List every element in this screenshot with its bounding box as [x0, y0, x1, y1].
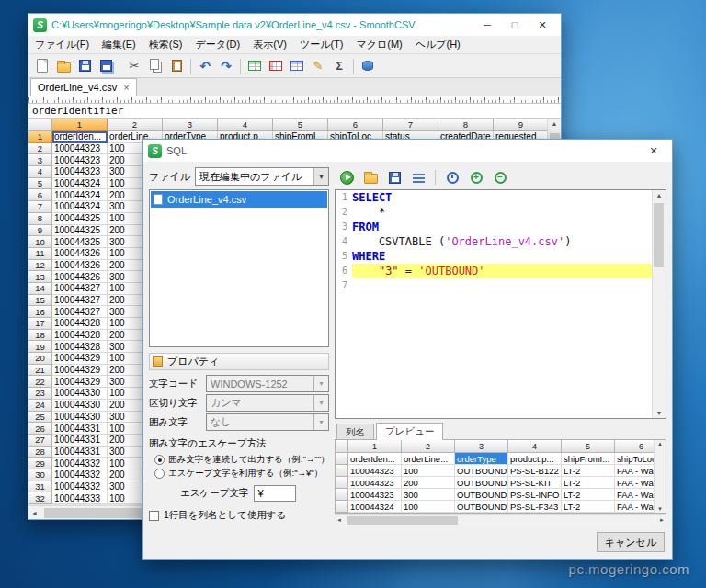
scroll-down-icon[interactable]: ▼ — [656, 410, 663, 416]
preview-column-header[interactable]: 1 — [348, 440, 402, 453]
scroll-up-icon[interactable]: ▲ — [657, 441, 663, 447]
preview-column-header[interactable]: 2 — [402, 440, 455, 453]
redo-button[interactable]: ↷ — [216, 56, 236, 76]
grid-cell[interactable]: 100044324 — [52, 201, 108, 213]
main-title-bar[interactable]: S C:¥Users¥mogeringo¥Desktop¥Sample data… — [28, 14, 561, 36]
grid-cell[interactable]: 100044331 — [52, 447, 108, 458]
grid-cell[interactable]: 100044332 — [52, 469, 108, 481]
row-header[interactable]: 1 — [28, 131, 52, 143]
preview-row-header[interactable] — [336, 501, 348, 513]
preview-cell[interactable]: 100044323 — [348, 489, 402, 501]
row-header[interactable]: 30 — [28, 469, 52, 481]
grid-cell[interactable]: 100044327 — [52, 306, 108, 318]
grid-cell[interactable]: 100044328 — [52, 341, 108, 353]
menu-item-file[interactable]: ファイル(F) — [28, 38, 96, 51]
row-header[interactable]: 2 — [28, 143, 52, 155]
column-header[interactable]: 1 — [52, 119, 108, 131]
grid-cell[interactable]: 100044333 — [52, 492, 108, 504]
row-header[interactable]: 27 — [28, 435, 52, 447]
preview-row-header[interactable] — [336, 477, 348, 489]
preview-cell[interactable]: PS-SL-KIT — [508, 477, 562, 489]
sql-editor[interactable]: 1SELECT2 *3FROM4 CSVTABLE ('OrderLine_v4… — [335, 189, 666, 419]
escape-char-input[interactable]: ¥ — [254, 485, 296, 502]
scroll-up-icon[interactable]: ▲ — [656, 192, 663, 198]
column-header[interactable]: 6 — [328, 119, 383, 131]
edit-cell-button[interactable]: ✎ — [308, 56, 328, 76]
preview-cell[interactable]: FAA - Was... — [615, 465, 654, 477]
paste-button[interactable] — [166, 56, 187, 76]
row-header[interactable]: 21 — [28, 365, 52, 377]
sql-editor-line[interactable]: 4 CSVTABLE ('OrderLine_v4.csv') — [336, 234, 652, 249]
preview-column-header[interactable]: 4 — [508, 440, 562, 453]
sql-editor-line[interactable]: 6 "3" = 'OUTBOUND' — [336, 264, 652, 278]
preview-cell[interactable]: OUTBOUND — [455, 501, 508, 513]
preview-cell[interactable]: 300 — [402, 489, 455, 501]
result-tab-columns[interactable]: 列名 — [336, 424, 374, 440]
preview-horizontal-scrollbar[interactable]: ◄ ► — [335, 514, 666, 526]
column-header[interactable]: 3 — [163, 119, 218, 131]
grid-cell[interactable]: 100044324 — [52, 189, 108, 201]
history-button[interactable] — [442, 167, 462, 187]
row-header[interactable]: 4 — [28, 166, 52, 178]
row-header[interactable]: 32 — [28, 492, 52, 504]
preview-cell[interactable]: LT-2 — [562, 501, 615, 513]
preview-cell[interactable]: LT-2 — [562, 465, 615, 477]
preview-row-header[interactable] — [336, 453, 348, 465]
row-header[interactable]: 15 — [28, 295, 52, 307]
row-header[interactable]: 23 — [28, 388, 52, 400]
run-query-button[interactable] — [336, 167, 357, 187]
preview-cell[interactable]: orderType — [455, 453, 508, 465]
column-header[interactable]: 9 — [494, 119, 547, 131]
close-button[interactable]: ✕ — [529, 16, 556, 34]
delimiter-select[interactable]: カンマ▾ — [206, 394, 329, 412]
zoom-in-button[interactable]: + — [466, 167, 486, 187]
preview-column-header[interactable]: 5 — [562, 440, 615, 453]
scroll-right-icon[interactable]: ► — [659, 517, 665, 523]
sql-editor-line[interactable]: 7 — [336, 278, 652, 293]
scroll-left-icon[interactable]: ◄ — [336, 517, 342, 523]
preview-cell[interactable]: orderIden... — [348, 453, 402, 465]
tab-close-icon[interactable]: × — [123, 82, 129, 93]
preview-cell[interactable]: 100044323 — [348, 465, 402, 477]
preview-cell[interactable]: 100044323 — [348, 477, 402, 489]
preview-cell[interactable]: FAA - Was... — [615, 489, 654, 501]
preview-vertical-scrollbar[interactable]: ▲ ▼ — [654, 440, 666, 513]
row-header[interactable]: 14 — [28, 283, 52, 295]
row-header[interactable]: 6 — [28, 189, 52, 201]
scroll-down-icon[interactable]: ▼ — [657, 506, 663, 512]
preview-cell[interactable]: PS-SL-INFO — [508, 489, 562, 501]
row-header[interactable]: 11 — [28, 248, 52, 260]
column-header[interactable]: 5 — [273, 119, 328, 131]
preview-cell[interactable]: LT-2 — [562, 477, 615, 489]
grid-cell[interactable]: orderIden... — [52, 131, 108, 143]
tab-orderline-csv[interactable]: OrderLine_v4.csv × — [30, 78, 137, 96]
preview-cell[interactable]: orderLine... — [402, 453, 455, 465]
save-sql-button[interactable] — [384, 167, 404, 187]
file-list-item[interactable]: OrderLine_v4.csv — [151, 191, 327, 208]
preview-cell[interactable]: FAA - Was... — [615, 501, 654, 513]
grid-cell[interactable]: 100044325 — [52, 213, 108, 225]
preview-cell[interactable]: LT-2 — [562, 489, 615, 501]
first-row-header-checkbox-row[interactable]: 1行目を列名として使用する — [149, 509, 329, 522]
preview-cell[interactable]: OUTBOUND — [455, 477, 508, 489]
radio-use-escape-char[interactable]: エスケープ文字を利用する（例:"→¥"） — [154, 468, 329, 480]
column-header[interactable]: 8 — [438, 119, 494, 131]
row-header[interactable]: 5 — [28, 178, 52, 190]
open-file-button[interactable] — [53, 56, 74, 76]
preview-cell[interactable]: shipToLoc... — [615, 453, 654, 465]
row-header[interactable]: 13 — [28, 271, 52, 283]
minimize-button[interactable]: ─ — [473, 16, 501, 34]
preview-cell[interactable]: 100 — [402, 465, 455, 477]
column-header[interactable]: 7 — [383, 119, 438, 131]
grid-cell[interactable]: 100044325 — [52, 236, 108, 248]
row-header[interactable]: 26 — [28, 423, 52, 435]
grid-cell[interactable]: 100044324 — [52, 178, 108, 190]
row-header[interactable]: 10 — [28, 236, 52, 248]
row-header[interactable]: 17 — [28, 318, 52, 330]
row-header[interactable]: 18 — [28, 330, 52, 342]
sum-button[interactable]: Σ — [329, 56, 349, 76]
row-header[interactable]: 28 — [28, 447, 52, 458]
column-header[interactable]: 2 — [108, 119, 163, 131]
cell-value-bar[interactable]: orderIdentifier — [28, 104, 561, 119]
grid-cell[interactable]: 100044323 — [52, 154, 108, 166]
